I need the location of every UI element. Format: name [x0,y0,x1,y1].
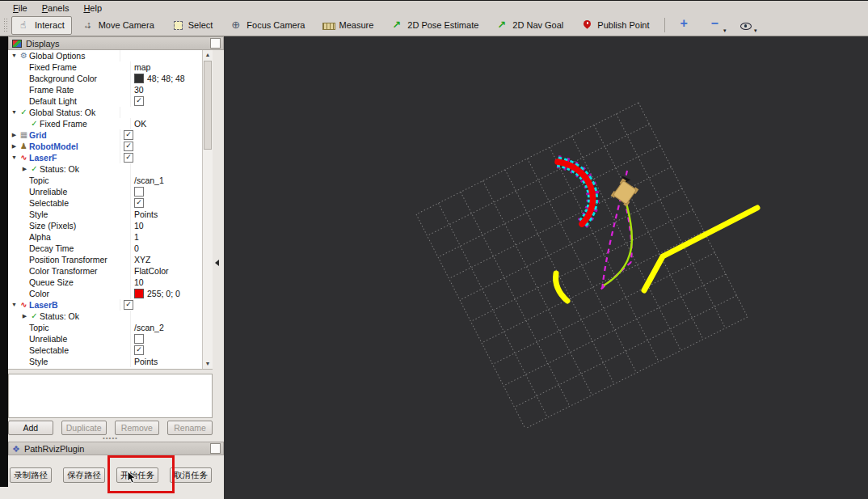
tree-scrollbar[interactable]: ▲ ▼ [202,50,213,369]
3d-viewport[interactable] [224,36,868,499]
property-value-cell[interactable]: ✓ [120,141,202,152]
tree-row[interactable]: Topic/scan_1 [8,175,202,186]
tool-focus-button[interactable]: Focus Camera [223,16,312,35]
expander-right-icon[interactable]: ▶ [20,311,29,322]
displays-panel-header[interactable]: Displays [8,36,224,50]
tree-row[interactable]: Alpha1 [8,231,202,243]
property-value-cell[interactable]: ✓ [120,299,202,311]
tool-move-button[interactable]: Move Camera [75,16,162,35]
tree-row[interactable]: Selectable✓ [8,345,202,356]
tree-row[interactable]: Color TransformerFlatColor [8,265,202,277]
menu-help[interactable]: Help [77,2,108,14]
tree-row[interactable]: Unreliable [8,186,202,197]
tool-interact-button[interactable]: Interact [11,16,72,35]
tree-row[interactable]: Fixed Framemap [8,61,202,73]
property-value-cell[interactable]: Points [130,209,202,220]
plugin-float-button[interactable] [210,443,221,454]
property-value-cell[interactable]: /scan_2 [130,322,202,333]
tree-row[interactable]: Size (Pixels)10 [8,220,202,231]
checkbox[interactable]: ✓ [124,142,133,151]
property-value-cell[interactable]: ✓ [120,152,202,163]
remove-tool-button[interactable]: ▾ [703,16,731,35]
add-tool-button[interactable] [672,16,700,35]
expander-down-icon[interactable]: ▼ [10,50,19,61]
tree-row[interactable]: StylePoints [8,209,202,220]
tool-pin-button[interactable]: Publish Point [574,16,656,35]
property-value-cell[interactable] [130,186,202,197]
property-value-cell[interactable]: ✓ [120,129,202,141]
tool-pose-button[interactable]: 2D Pose Estimate [384,16,486,35]
property-value-cell[interactable]: 10 [130,277,202,288]
property-value-cell[interactable]: 0 [130,243,202,254]
tree-row[interactable]: Default Light✓ [8,95,202,107]
toolbar-drag-handle[interactable] [3,18,7,32]
property-value-cell[interactable]: FlatColor [130,265,202,277]
menu-panels[interactable]: Panels [36,2,76,14]
displays-filter-box[interactable] [8,374,213,418]
tree-row[interactable]: ▼✓Global Status: Ok [8,107,202,118]
tree-row[interactable]: Frame Rate30 [8,84,202,95]
property-value-cell[interactable]: 30 [130,84,202,95]
tree-row[interactable]: Position TransformerXYZ [8,254,202,265]
property-value-cell[interactable]: 1 [130,231,202,243]
expander-right-icon[interactable]: ▶ [10,141,19,152]
tree-row[interactable]: ✓Fixed FrameOK [8,118,202,129]
checkbox[interactable]: ✓ [134,96,144,106]
tool-nav-button[interactable]: 2D Nav Goal [489,16,571,35]
property-value-cell[interactable]: map [130,61,202,73]
tree-row[interactable]: Unreliable [8,333,202,345]
add-button[interactable]: Add [8,421,53,435]
scroll-up-icon[interactable]: ▲ [203,50,213,60]
tree-row[interactable]: ▶✓Status: Ok [8,163,202,175]
expander-down-icon[interactable]: ▼ [10,299,19,311]
property-value-cell[interactable]: 10 [130,220,202,231]
property-value-cell[interactable]: 48; 48; 48 [130,73,202,84]
property-value-cell[interactable]: ✓ [130,95,202,107]
checkbox[interactable]: ✓ [134,198,144,208]
tool-measure-button[interactable]: Measure [315,16,381,35]
tree-row[interactable]: Topic/scan_2 [8,322,202,333]
checkbox[interactable]: ✓ [124,300,133,310]
plugin-task-button-2[interactable]: 保存路径 [63,467,105,483]
property-value-cell[interactable]: 255; 0; 0 [130,288,202,299]
tree-row[interactable]: Decay Time0 [8,243,202,254]
tool-visibility-button[interactable]: ▾ [734,16,761,35]
checkbox[interactable] [134,334,144,344]
expander-down-icon[interactable]: ▼ [10,107,19,118]
panel-collapse-icon[interactable] [215,260,219,266]
tree-row[interactable]: ▶✓Status: Ok [8,311,202,322]
plugin-panel-header[interactable]: ❖ PathRvizPlugin [8,442,224,455]
checkbox[interactable]: ✓ [124,153,133,163]
expander-right-icon[interactable]: ▶ [10,129,19,141]
menu-file[interactable]: File [6,2,34,14]
tree-row[interactable]: ▼⚙Global Options [8,50,202,61]
property-value-cell[interactable]: Points [130,356,202,367]
panel-float-button[interactable] [210,38,221,49]
tool-select-button[interactable]: Select [165,16,221,35]
property-value-cell[interactable]: ✓ [130,345,202,356]
panel-splitter[interactable]: ••••• [8,436,213,441]
property-value-cell[interactable]: XYZ [130,254,202,265]
tree-row[interactable]: ▼∿LaserB✓ [8,299,202,311]
tree-row[interactable]: ▶♟RobotModel✓ [8,141,202,152]
expander-right-icon[interactable]: ▶ [20,163,29,175]
checkbox[interactable]: ✓ [124,130,133,140]
property-value-cell[interactable]: /scan_1 [130,175,202,186]
property-value-cell[interactable]: OK [130,118,202,129]
checkbox[interactable]: ✓ [134,345,144,355]
tree-row[interactable]: StylePoints [8,356,202,367]
property-value-cell[interactable] [130,333,202,345]
tree-row[interactable]: Color255; 0; 0 [8,288,202,299]
expander-down-icon[interactable]: ▼ [10,152,19,163]
tree-row[interactable]: Queue Size10 [8,277,202,288]
scrollbar-thumb[interactable] [204,61,212,150]
tree-row[interactable]: ▶▦Grid✓ [8,129,202,141]
scroll-down-icon[interactable]: ▼ [203,359,213,369]
tree-row[interactable]: Background Color48; 48; 48 [8,73,202,84]
plugin-task-button-4[interactable]: 取消任务 [170,467,212,483]
tree-row[interactable]: Selectable✓ [8,197,202,209]
checkbox[interactable] [134,187,144,197]
tree-row[interactable]: ▼∿LaserF✓ [8,152,202,163]
property-value-cell[interactable]: ✓ [130,197,202,209]
plugin-task-button-1[interactable]: 录制路径 [10,467,52,483]
